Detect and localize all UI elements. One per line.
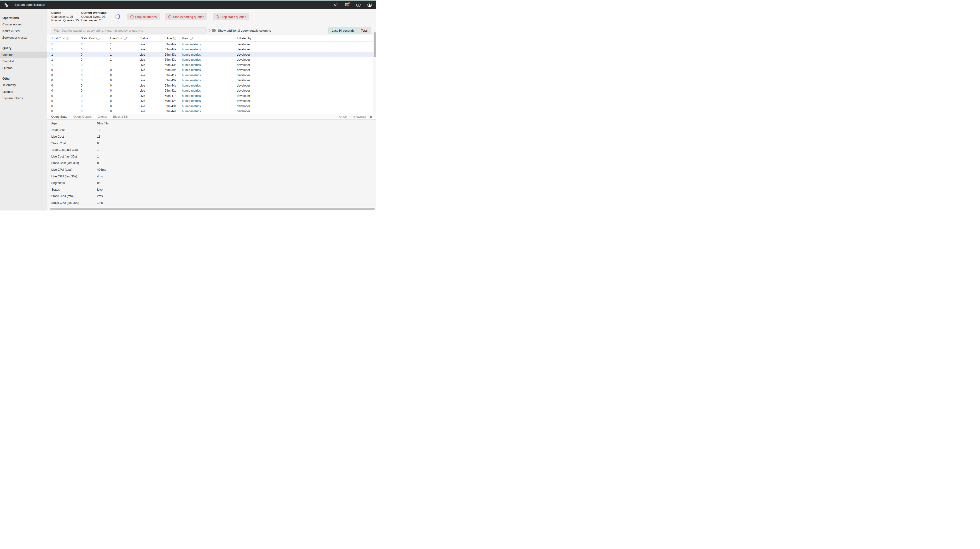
sidebar-item-system-tokens[interactable]: System tokens: [0, 95, 47, 102]
info-icon: i: [168, 15, 172, 19]
view-link[interactable]: humio-metrics: [182, 68, 201, 72]
table-row[interactable]: 0 0 0 Live 59m 44s humio-metrics develop…: [47, 109, 376, 114]
column-header-age[interactable]: Age i: [159, 37, 176, 40]
details-tabs-row: Query StatsQuery DetailsClientsBlock & K…: [47, 114, 376, 119]
info-icon[interactable]: i: [173, 37, 176, 40]
horizontal-scrollbar-thumb[interactable]: [50, 208, 375, 210]
table-row[interactable]: 1 0 1 Live 59m 43s humio-metrics develop…: [47, 57, 376, 62]
table-row[interactable]: 0 0 0 Live 59m 42s humio-metrics develop…: [47, 88, 376, 94]
detail-field-label: Live Cost (last 30s): [51, 155, 97, 158]
info-icon[interactable]: i: [189, 37, 193, 40]
stop-button-label: Stop all queries: [135, 15, 157, 19]
info-icon[interactable]: i: [124, 37, 127, 40]
details-columns-toggle[interactable]: ✕: [209, 29, 216, 32]
tab-clients[interactable]: Clients: [98, 114, 107, 119]
column-header-total-cost[interactable]: Total Cost i ↓: [51, 37, 81, 40]
stop-static-queries-button[interactable]: i Stop static queries: [213, 13, 249, 21]
column-header-status[interactable]: Status: [140, 37, 159, 40]
sidebar-item-kafka-cluster[interactable]: Kafka cluster: [0, 28, 47, 35]
stop-all-queries-button[interactable]: i Stop all queries: [127, 13, 160, 21]
table-row[interactable]: 0 0 0 Live 59m 42s humio-metrics develop…: [47, 99, 376, 104]
view-link[interactable]: humio-metrics: [182, 105, 201, 108]
detail-field-row: Static CPU (last 30s) 1ms: [51, 199, 376, 206]
view-link[interactable]: humio-metrics: [182, 89, 201, 92]
cell-status: Live: [140, 68, 159, 72]
crowdstrike-falcon-logo[interactable]: [3, 2, 11, 8]
cell-view: humio-metrics: [182, 68, 237, 72]
stats-row: Clients Connections: 25 Running Queries:…: [47, 9, 376, 26]
table-row[interactable]: 0 0 0 Live 59m 43s humio-metrics develop…: [47, 78, 376, 83]
detail-field-row: Static Cost 0: [51, 140, 376, 147]
detail-field-row: Status Live: [51, 186, 376, 193]
detail-field-row: Age 59m 43s: [51, 120, 376, 127]
range-last-30-seconds-button[interactable]: Last 30 seconds: [329, 27, 358, 34]
table-row[interactable]: 0 0 0 Live 59m 39s humio-metrics develop…: [47, 68, 376, 73]
cell-view: humio-metrics: [182, 89, 237, 92]
cell-initiated-by: developer: [237, 48, 376, 51]
view-link[interactable]: humio-metrics: [182, 84, 201, 87]
column-label: Total Cost: [51, 37, 65, 40]
table-row[interactable]: 0 0 0 Live 59m 41s humio-metrics develop…: [47, 73, 376, 78]
detail-field-row: Live CPU (last 30s) 4ms: [51, 173, 376, 180]
column-header-initiated-by[interactable]: Initiated by: [237, 37, 376, 40]
sidebar-item-quotas[interactable]: Quotas: [0, 65, 47, 72]
cell-age: 59m 44s: [159, 110, 176, 113]
view-link[interactable]: humio-metrics: [182, 43, 201, 46]
column-label: Status: [140, 37, 148, 40]
sidebar-section-header: Other: [0, 75, 47, 82]
sidebar-item-zookeeper-cluster[interactable]: Zookeeper cluster: [0, 34, 47, 41]
range-total-button[interactable]: Total: [358, 27, 371, 34]
view-link[interactable]: humio-metrics: [182, 63, 201, 67]
detail-field-value: 405ms: [97, 168, 106, 172]
table-row[interactable]: 1 0 1 Live 59m 43s humio-metrics develop…: [47, 52, 376, 57]
view-link[interactable]: humio-metrics: [182, 110, 201, 113]
vertical-scrollbar-thumb[interactable]: [374, 32, 375, 57]
cell-age: 59m 42s: [159, 89, 176, 92]
column-header-live-cost[interactable]: Live Cost i: [110, 37, 140, 40]
table-row[interactable]: 0 0 0 Live 59m 43s humio-metrics develop…: [47, 103, 376, 109]
detail-field-value: 0: [97, 161, 99, 165]
info-icon[interactable]: i: [66, 37, 69, 40]
view-link[interactable]: humio-metrics: [182, 99, 201, 103]
help-icon[interactable]: ?: [356, 2, 361, 7]
sidebar-item-telemetry[interactable]: Telemetry: [0, 82, 47, 89]
cell-live-cost: 1: [110, 53, 140, 56]
view-link[interactable]: humio-metrics: [182, 79, 201, 82]
cell-live-cost: 0: [110, 105, 140, 108]
cell-live-cost: 0: [110, 94, 140, 97]
view-link[interactable]: humio-metrics: [182, 48, 201, 51]
account-icon[interactable]: [367, 2, 372, 7]
tab-query-stats[interactable]: Query Stats: [51, 114, 67, 119]
detail-field-label: Live Cost: [51, 135, 97, 138]
close-icon[interactable]: ✕: [370, 115, 372, 118]
table-row[interactable]: 0 0 0 Live 59m 41s humio-metrics develop…: [47, 93, 376, 99]
table-body: 1 0 1 Live 59m 44s humio-metrics develop…: [47, 42, 376, 114]
stop-exporting-queries-button[interactable]: i Stop exporting queries: [165, 13, 207, 21]
notification-badge: [348, 2, 350, 4]
view-link[interactable]: humio-metrics: [182, 73, 201, 77]
announcements-icon[interactable]: [334, 2, 338, 7]
table-row[interactable]: 1 0 1 Live 59m 44s humio-metrics develop…: [47, 47, 376, 52]
column-header-static-cost[interactable]: Static Cost i: [81, 37, 110, 40]
table-row[interactable]: 1 0 1 Live 59m 43s humio-metrics develop…: [47, 62, 376, 68]
tab-query-details[interactable]: Query Details: [73, 114, 92, 119]
view-link[interactable]: humio-metrics: [182, 53, 201, 56]
vertical-scrollbar: [374, 32, 376, 114]
table-row[interactable]: 0 0 0 Live 59m 44s humio-metrics develop…: [47, 83, 376, 88]
table-row[interactable]: 1 0 1 Live 59m 44s humio-metrics develop…: [47, 42, 376, 47]
cell-status: Live: [140, 89, 159, 92]
sidebar-item-cluster-nodes[interactable]: Cluster nodes: [0, 21, 47, 28]
sidebar-item-license[interactable]: License: [0, 89, 47, 95]
notifications-icon[interactable]: [345, 2, 350, 7]
cell-initiated-by: developer: [237, 63, 376, 67]
view-link[interactable]: humio-metrics: [182, 94, 201, 97]
cell-initiated-by: developer: [237, 58, 376, 61]
query-filter-input[interactable]: [51, 27, 207, 34]
view-link[interactable]: humio-metrics: [182, 58, 201, 61]
sidebar-item-monitor[interactable]: Monitor: [0, 51, 47, 58]
tab-block-kill[interactable]: Block & Kill: [113, 114, 128, 119]
sidebar-item-blocklist[interactable]: Blocklist: [0, 58, 47, 65]
cell-initiated-by: developer: [237, 79, 376, 82]
info-icon[interactable]: i: [96, 37, 100, 40]
column-header-view[interactable]: View i: [182, 37, 237, 40]
